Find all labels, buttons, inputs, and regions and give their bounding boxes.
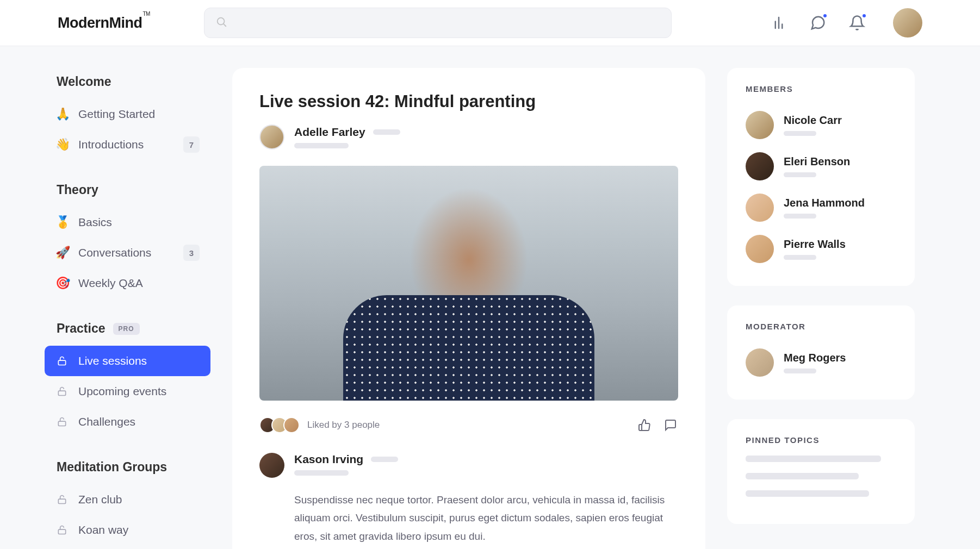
members-title: Members [746, 84, 896, 93]
notification-dot [861, 13, 867, 18]
placeholder-skeleton [746, 473, 859, 479]
pro-badge: PRO [113, 323, 140, 335]
placeholder-skeleton [294, 470, 349, 476]
sidebar-item-getting-started[interactable]: 🙏 Getting Started [45, 99, 210, 129]
sidebar-item-label: Upcoming events [78, 385, 200, 398]
search-icon [215, 16, 227, 30]
sidebar-section-title: Practice PRO [45, 315, 210, 346]
member-avatar [746, 152, 774, 180]
liker-avatar [283, 417, 300, 433]
liked-by-text: Liked by 3 people [307, 420, 380, 431]
svg-line-1 [224, 24, 226, 26]
placeholder-skeleton [746, 456, 881, 462]
placeholder-skeleton [784, 255, 816, 260]
comment-author[interactable]: Kason Irving [294, 453, 363, 466]
member-name: Nicole Carr [784, 114, 842, 127]
placeholder-skeleton [294, 143, 349, 148]
sidebar-item-conversations[interactable]: 🚀 Conversations 3 [45, 238, 210, 268]
placeholder-skeleton [746, 490, 869, 497]
member-avatar [746, 235, 774, 263]
search-box[interactable] [204, 8, 672, 38]
brand-logo[interactable]: ModernMindTM [58, 15, 150, 32]
item-count-badge: 7 [183, 136, 200, 153]
moderator-avatar [746, 348, 774, 377]
author-avatar[interactable] [259, 124, 284, 149]
member-name: Eleri Benson [784, 155, 850, 168]
sidebar-item-basics[interactable]: 🥇 Basics [45, 207, 210, 238]
placeholder-skeleton [371, 457, 398, 462]
member-row[interactable]: Pierre Walls [746, 228, 896, 270]
brand-name: ModernMind [58, 15, 142, 31]
sidebar-item-label: Zen club [78, 493, 200, 506]
pinned-title: Pinned Topics [746, 435, 896, 445]
member-name: Pierre Walls [784, 238, 846, 251]
post-author-row: Adelle Farley [259, 124, 678, 149]
svg-rect-2 [58, 360, 65, 365]
main-content: Live session 42: Mindful parenting Adell… [232, 68, 705, 549]
sidebar-item-weekly-qa[interactable]: 🎯 Weekly Q&A [45, 268, 210, 298]
member-row[interactable]: Jena Hammond [746, 187, 896, 228]
lock-icon [55, 354, 69, 367]
moderator-title: Moderator [746, 322, 896, 331]
medal-icon: 🥇 [55, 215, 69, 229]
sidebar-item-live-sessions[interactable]: Live sessions [45, 346, 210, 376]
sidebar-item-label: Koan way [78, 523, 200, 536]
comment-avatar[interactable] [259, 453, 284, 478]
sidebar-item-label: Live sessions [78, 354, 200, 367]
member-row[interactable]: Nicole Carr [746, 104, 896, 146]
member-name: Jena Hammond [784, 197, 865, 209]
notification-dot [822, 13, 828, 18]
placeholder-skeleton [784, 131, 816, 136]
brand-tm: TM [142, 11, 150, 17]
sidebar-item-label: Conversations [78, 246, 173, 259]
comment-button[interactable] [663, 417, 678, 433]
placeholder-skeleton [784, 369, 816, 373]
sidebar: Welcome 🙏 Getting Started 👋 Introduction… [45, 68, 210, 549]
sidebar-item-koan-way[interactable]: Koan way [45, 515, 210, 545]
pinned-topics-card: Pinned Topics [727, 419, 915, 524]
app-header: ModernMindTM [0, 0, 980, 46]
like-button[interactable] [637, 417, 652, 433]
comment-text: Suspendisse nec neque tortor. Praesent d… [294, 491, 678, 545]
header-actions [769, 8, 922, 38]
lock-icon [55, 385, 69, 398]
author-name[interactable]: Adelle Farley [294, 126, 365, 139]
sidebar-item-label: Weekly Q&A [78, 277, 200, 290]
lock-icon [55, 415, 69, 428]
session-video[interactable] [259, 166, 678, 401]
post-card: Live session 42: Mindful parenting Adell… [232, 68, 705, 549]
placeholder-skeleton [784, 172, 816, 177]
search-input[interactable] [235, 17, 660, 29]
member-avatar [746, 111, 774, 139]
reactions-row: Liked by 3 people [259, 417, 678, 433]
bell-icon[interactable] [847, 13, 867, 33]
svg-rect-6 [58, 529, 65, 534]
sidebar-item-label: Basics [78, 216, 200, 229]
user-avatar[interactable] [893, 8, 922, 38]
item-count-badge: 3 [183, 245, 200, 261]
rocket-icon: 🚀 [55, 246, 69, 260]
comment: Kason Irving Suspendisse nec neque torto… [259, 453, 678, 545]
post-title: Live session 42: Mindful parenting [259, 92, 678, 111]
pray-icon: 🙏 [55, 107, 69, 121]
svg-rect-4 [58, 421, 65, 426]
sidebar-section-title: Theory [45, 176, 210, 207]
liker-avatars[interactable] [259, 417, 295, 433]
sidebar-item-upcoming-events[interactable]: Upcoming events [45, 376, 210, 407]
sidebar-item-zen-club[interactable]: Zen club [45, 484, 210, 515]
sidebar-section-title: Welcome [45, 68, 210, 99]
sidebar-item-label: Getting Started [78, 108, 200, 121]
target-icon: 🎯 [55, 276, 69, 290]
messages-icon[interactable] [808, 13, 828, 33]
moderator-row[interactable]: Meg Rogers [746, 342, 896, 383]
analytics-icon[interactable] [769, 13, 789, 33]
sidebar-item-label: Introductions [78, 138, 173, 151]
member-row[interactable]: Eleri Benson [746, 146, 896, 187]
lock-icon [55, 493, 69, 506]
sidebar-item-introductions[interactable]: 👋 Introductions 7 [45, 129, 210, 160]
member-avatar [746, 194, 774, 222]
sidebar-item-challenges[interactable]: Challenges [45, 407, 210, 437]
placeholder-skeleton [784, 214, 816, 219]
right-column: Members Nicole Carr Eleri Benson Jena Ha… [727, 68, 915, 549]
svg-rect-5 [58, 499, 65, 503]
